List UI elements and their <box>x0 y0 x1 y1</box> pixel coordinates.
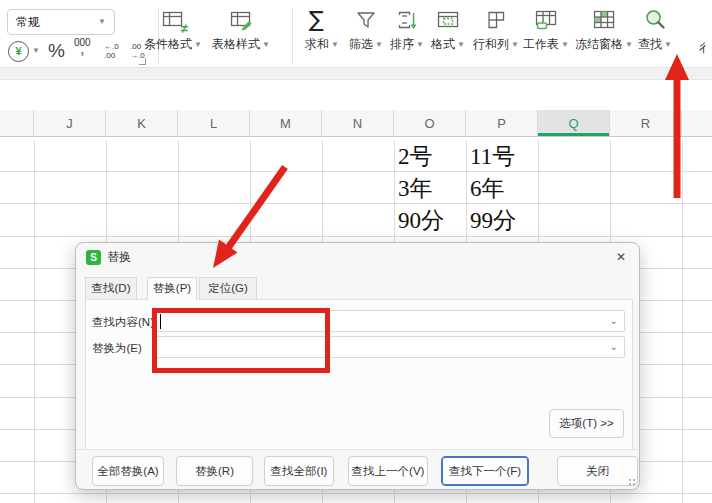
toolbar-button-format[interactable]: 格式▼ <box>431 7 465 53</box>
toolbar-button-worksheet[interactable]: 工作表▼ <box>523 7 569 53</box>
thousands-separator-button[interactable]: 000 , <box>74 38 91 64</box>
find-all-button[interactable]: 查找全部(I) <box>264 456 334 486</box>
number-format-select[interactable]: 常规 ▼ <box>7 9 115 35</box>
chevron-down-icon[interactable]: ⌄ <box>610 341 618 352</box>
replace-tab-panel: 查找内容(N) ⌄ 替换为(E) ⌄ 选项(T) >> <box>85 299 633 450</box>
column-header-partial[interactable] <box>0 110 34 136</box>
toolbar-button-sort[interactable]: 排序▼ <box>390 7 424 53</box>
column-header-M[interactable]: M <box>250 110 322 136</box>
find-magnifier-icon <box>642 7 668 33</box>
percent-icon: % <box>48 40 65 62</box>
column-header-Q-selected[interactable]: Q <box>538 110 610 136</box>
toolbar-button-table-style[interactable]: 表格样式▼ <box>212 7 270 53</box>
chevron-down-icon: ▼ <box>457 41 465 49</box>
column-headers: J K L M N O P Q R <box>0 110 712 137</box>
replace-button[interactable]: 替换(R) <box>176 456 253 486</box>
tab-replace[interactable]: 替换(P) <box>147 277 197 300</box>
tab-find[interactable]: 查找(D) <box>85 277 137 300</box>
chevron-down-icon: ▼ <box>416 41 424 49</box>
chevron-down-icon: ▼ <box>625 41 633 49</box>
sum-sigma-icon: ∑ <box>309 7 335 33</box>
ribbon-bottom-strip <box>0 67 712 80</box>
cell-O3[interactable]: 90分 <box>398 205 444 237</box>
toolbar-button-conditional-format[interactable]: ≠ 条件格式▼ <box>144 7 202 53</box>
find-what-input[interactable]: ⌄ <box>152 310 625 332</box>
toolbar-button-label: 工作表 <box>523 36 559 53</box>
percent-format-button[interactable]: % <box>48 38 65 64</box>
cell-P1[interactable]: 11号 <box>470 141 515 173</box>
toolbar-divider <box>292 8 293 64</box>
chevron-down-icon[interactable]: ⌄ <box>610 315 618 326</box>
toolbar-button-label: 排序 <box>390 36 414 53</box>
increase-decimal-button[interactable]: ←.0 .00 <box>104 38 119 64</box>
column-header-J[interactable]: J <box>34 110 106 136</box>
resize-grip[interactable] <box>627 477 636 486</box>
cell-P3[interactable]: 99分 <box>470 205 516 237</box>
toolbar-button-label: 冻结窗格 <box>575 36 623 53</box>
close-button[interactable]: 关闭 <box>557 456 638 486</box>
worksheet-icon <box>533 7 559 33</box>
toolbar-button-label: 筛选 <box>349 36 373 53</box>
column-header-N[interactable]: N <box>322 110 394 136</box>
number-format-value: 常规 <box>16 14 40 31</box>
column-header-partial[interactable] <box>682 110 712 136</box>
cell-O1[interactable]: 2号 <box>398 141 433 173</box>
toolbar-button-label: 求和 <box>305 36 329 53</box>
toolbar-button-filter[interactable]: 筛选▼ <box>349 7 383 53</box>
table-style-icon <box>228 7 254 33</box>
column-header-L[interactable]: L <box>178 110 250 136</box>
toolbar-button-label: 行和列 <box>473 36 509 53</box>
rows-columns-icon <box>483 7 509 33</box>
replace-dialog: S 替换 ✕ 查找(D) 替换(P) 定位(G) 查找内容(N) ⌄ 替换为(E… <box>75 242 640 490</box>
currency-format-button[interactable]: ¥ ▼ <box>8 38 40 64</box>
ribbon-toolbar: 常规 ▼ ¥ ▼ % 000 , ←.0 .00 .00 →.0 <box>0 0 712 67</box>
replace-with-label: 替换为(E) <box>92 341 142 356</box>
chevron-down-icon: ▼ <box>511 41 519 49</box>
options-button[interactable]: 选项(T) >> <box>549 409 624 438</box>
chevron-down-icon: ▼ <box>375 41 383 49</box>
find-previous-button[interactable]: 查找上一个(V) <box>348 456 428 486</box>
text-cursor <box>160 314 161 329</box>
column-header-R[interactable]: R <box>610 110 682 136</box>
cell-O2[interactable]: 3年 <box>398 173 433 205</box>
chevron-down-icon: ▼ <box>331 41 339 49</box>
chevron-down-icon: ▼ <box>664 41 672 49</box>
column-header-O[interactable]: O <box>394 110 466 136</box>
cell-P2[interactable]: 6年 <box>470 173 505 205</box>
sort-az-icon <box>394 7 420 33</box>
toolbar-button-find[interactable]: 查找▼ <box>638 7 672 53</box>
conditional-format-icon: ≠ <box>160 7 186 33</box>
find-what-label: 查找内容(N) <box>92 315 154 330</box>
dialog-separator <box>76 449 639 450</box>
replace-all-button[interactable]: 全部替换(A) <box>92 456 164 486</box>
toolbar-button-label: 格式 <box>431 36 455 53</box>
wps-logo-icon: S <box>86 250 101 265</box>
toolbar-button-freeze-panes[interactable]: 冻结窗格▼ <box>575 7 633 53</box>
dialog-title: 替换 <box>107 249 131 266</box>
column-header-K[interactable]: K <box>106 110 178 136</box>
filter-funnel-icon <box>353 7 379 33</box>
comma-icon: , <box>81 45 85 55</box>
replace-with-input[interactable]: ⌄ <box>152 336 625 358</box>
toolbar-button-label: 查找 <box>638 36 662 53</box>
toolbar-button-rows-columns[interactable]: 行和列▼ <box>473 7 519 53</box>
column-header-P[interactable]: P <box>466 110 538 136</box>
toolbar-button-sum[interactable]: ∑ 求和▼ <box>305 7 339 53</box>
freeze-panes-icon <box>591 7 617 33</box>
toolbar-button-label: 条件格式 <box>144 36 192 53</box>
wps-spreadsheet-window: 常规 ▼ ¥ ▼ % 000 , ←.0 .00 .00 →.0 <box>0 0 712 503</box>
dialog-title-bar[interactable]: S 替换 <box>76 243 639 271</box>
find-next-button[interactable]: 查找下一个(F) <box>441 456 529 486</box>
dialog-launcher-icon[interactable] <box>139 58 146 65</box>
tab-goto[interactable]: 定位(G) <box>199 277 257 300</box>
currency-yuan-icon: ¥ <box>15 45 21 57</box>
chevron-down-icon: ▼ <box>32 47 40 55</box>
format-icon <box>435 7 461 33</box>
chevron-down-icon: ▼ <box>262 41 270 49</box>
close-icon[interactable]: ✕ <box>612 248 630 266</box>
chevron-down-icon: ▼ <box>561 41 569 49</box>
chevron-down-icon: ▼ <box>194 41 202 49</box>
toolbar-button-label: 表格样式 <box>212 36 260 53</box>
chevron-down-icon: ▼ <box>98 18 106 26</box>
toolbar-button-clipped[interactable]: 彳 <box>699 40 711 57</box>
